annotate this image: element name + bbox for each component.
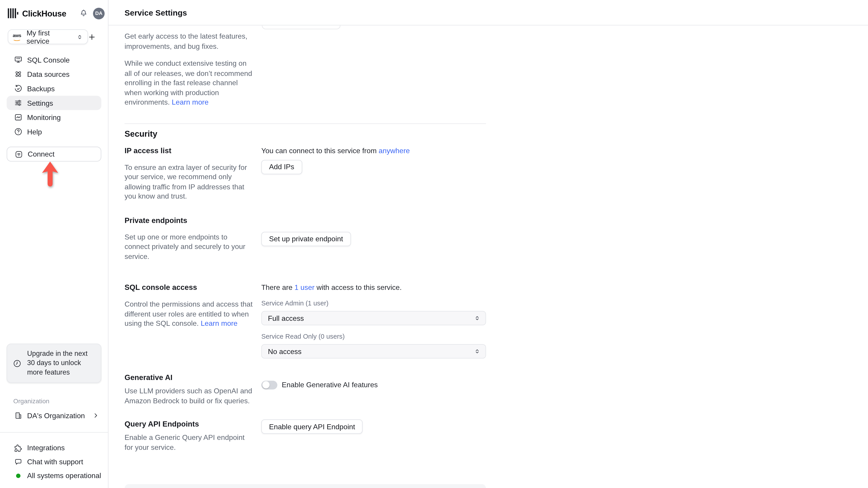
clock-icon <box>13 359 22 367</box>
chevron-updown-icon <box>474 348 480 355</box>
sidebar-item-integrations[interactable]: Integrations <box>0 441 108 455</box>
sql-console-icon <box>14 55 23 64</box>
query-api-row: Query API Endpoints Enable a Generic Que… <box>125 419 486 452</box>
sidebar-item-chat-support[interactable]: Chat with support <box>0 455 108 468</box>
private-endpoints-description: Set up one or more endpoints to connect … <box>125 232 253 261</box>
chat-icon <box>14 457 23 466</box>
service-selector[interactable]: aws My first service <box>8 29 88 44</box>
page-title: Service Settings <box>125 8 187 17</box>
toggle-knob <box>262 381 270 388</box>
settings-content: Get early access to the latest features,… <box>108 26 868 488</box>
brand-row: ClickHouse DA <box>0 0 108 19</box>
chevron-updown-icon <box>76 33 83 41</box>
main-area: Service Settings Get early access to the… <box>108 0 868 488</box>
sidebar-divider <box>0 432 108 433</box>
main-header: Service Settings <box>108 0 868 26</box>
chevron-updown-icon <box>474 314 480 322</box>
ip-access-row: IP access list To ensure an extra layer … <box>125 146 486 201</box>
service-admin-field-label: Service Admin (1 user) <box>261 299 486 307</box>
sidebar-item-label: Help <box>27 127 42 136</box>
generative-ai-label: Generative AI <box>125 373 261 383</box>
service-readonly-select-value: No access <box>268 347 474 356</box>
sidebar-item-backups[interactable]: Backups <box>6 81 101 96</box>
query-api-description: Enable a Generic Query API endpoint for … <box>125 433 253 452</box>
service-selector-label: My first service <box>27 29 74 45</box>
setup-private-endpoint-button[interactable]: Set up private endpoint <box>261 232 351 246</box>
organization-name: DA's Organization <box>27 412 85 420</box>
settings-icon <box>14 98 23 107</box>
service-admin-select-value: Full access <box>268 314 474 322</box>
release-channel-select-cutoff[interactable] <box>262 26 340 29</box>
generative-ai-toggle-label: Enable Generative AI features <box>282 380 378 390</box>
data-sources-icon <box>14 70 23 78</box>
organization-section-label: Organization <box>13 398 100 404</box>
generative-ai-toggle[interactable] <box>261 381 277 389</box>
sql-console-access-label: SQL console access <box>125 283 261 292</box>
release-channel-paragraph-2: While we conduct extensive testing on al… <box>125 59 253 107</box>
app-root: ClickHouse DA aws My first service <box>0 0 868 488</box>
summary-text: You can connect to this service from <box>261 147 379 155</box>
puzzle-icon <box>14 444 23 452</box>
aws-logo-icon: aws <box>13 33 22 40</box>
sidebar-item-data-sources[interactable]: Data sources <box>6 67 101 81</box>
add-ips-button[interactable]: Add IPs <box>261 160 302 174</box>
next-section-cutoff <box>125 484 486 488</box>
ip-access-summary: You can connect to this service from any… <box>261 146 486 155</box>
sql-console-access-row: SQL console access Control the permissio… <box>125 283 486 359</box>
upgrade-notice-card[interactable]: Upgrade in the next 30 days to unlock mo… <box>6 344 101 383</box>
private-endpoints-row: Private endpoints Set up one or more end… <box>125 216 486 261</box>
service-selector-row: aws My first service <box>0 29 108 44</box>
sidebar-item-label: SQL Console <box>27 56 70 64</box>
learn-more-link[interactable]: Learn more <box>201 319 238 328</box>
building-icon <box>14 411 23 420</box>
monitoring-icon <box>14 113 23 122</box>
upgrade-notice-text: Upgrade in the next 30 days to unlock mo… <box>27 349 95 377</box>
private-endpoints-label: Private endpoints <box>125 216 261 225</box>
clickhouse-logo-icon <box>8 8 18 18</box>
user-avatar[interactable]: DA <box>93 7 104 19</box>
generative-ai-toggle-row: Enable Generative AI features <box>261 380 486 390</box>
sidebar-item-settings[interactable]: Settings <box>6 96 101 110</box>
help-icon <box>14 127 23 136</box>
user-count-link[interactable]: 1 user <box>294 283 315 292</box>
ip-access-description: To ensure an extra layer of security for… <box>125 162 253 201</box>
footer-item-label: All systems operational <box>27 471 101 480</box>
anywhere-link[interactable]: anywhere <box>379 147 410 155</box>
connect-button[interactable]: Connect <box>6 147 101 162</box>
system-status-row[interactable]: All systems operational <box>0 468 108 482</box>
sql-access-summary: There are 1 user with access to this ser… <box>261 283 486 292</box>
status-dot-icon <box>16 473 21 478</box>
summary-text: with access to this service. <box>314 283 402 292</box>
service-admin-select[interactable]: Full access <box>261 311 486 325</box>
sidebar-item-help[interactable]: Help <box>6 125 101 139</box>
sidebar: ClickHouse DA aws My first service <box>0 0 108 488</box>
generative-ai-row: Generative AI Use LLM providers such as … <box>125 373 486 405</box>
brand-name: ClickHouse <box>22 8 66 18</box>
learn-more-link[interactable]: Learn more <box>172 98 209 106</box>
sidebar-nav: SQL Console Data sources <box>0 53 108 139</box>
footer-item-label: Chat with support <box>27 457 83 466</box>
sidebar-item-label: Backups <box>27 84 55 93</box>
annotation-arrow-up <box>40 161 60 188</box>
service-readonly-field-label: Service Read Only (0 users) <box>261 332 486 340</box>
section-divider <box>125 123 486 124</box>
release-channel-paragraph-1: Get early access to the latest features,… <box>125 32 253 51</box>
sidebar-footer: Integrations Chat with support All syste… <box>0 441 108 488</box>
organization-row[interactable]: DA's Organization <box>6 408 101 423</box>
sidebar-item-label: Monitoring <box>27 113 61 122</box>
add-service-button[interactable] <box>88 33 96 41</box>
service-readonly-select[interactable]: No access <box>261 344 486 359</box>
query-api-label: Query API Endpoints <box>125 419 261 429</box>
footer-item-label: Integrations <box>27 444 65 452</box>
connect-icon <box>14 150 23 158</box>
sidebar-item-monitoring[interactable]: Monitoring <box>6 110 101 125</box>
security-heading: Security <box>125 129 868 138</box>
summary-text: There are <box>261 283 294 292</box>
enable-query-api-button[interactable]: Enable query API Endpoint <box>261 419 363 434</box>
chevron-right-icon <box>92 412 99 419</box>
sidebar-item-sql-console[interactable]: SQL Console <box>6 53 101 67</box>
sidebar-item-label: Data sources <box>27 70 70 78</box>
notifications-bell-icon[interactable] <box>79 9 88 18</box>
backups-icon <box>14 84 23 93</box>
ip-access-label: IP access list <box>125 146 261 155</box>
